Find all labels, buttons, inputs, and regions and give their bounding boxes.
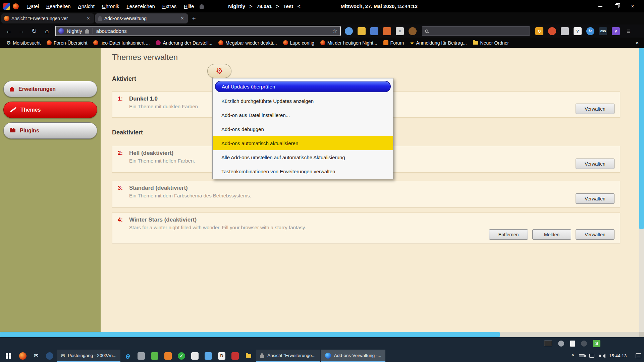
document-tray-icon[interactable] — [570, 341, 575, 347]
verwalten-button[interactable]: Verwalten — [576, 193, 614, 204]
menu-item-kuerzliche-updates[interactable]: Kürzlich durchgeführte Updates anzeigen — [213, 94, 393, 108]
firefox-taskbar-icon[interactable] — [16, 350, 30, 362]
volume-icon[interactable] — [599, 355, 601, 357]
vertical-scrollbar[interactable] — [639, 48, 644, 332]
menu-item-addon-aus-datei[interactable]: Add-on aus Datei installieren... — [213, 108, 393, 122]
menu-bearbeiten[interactable]: Bearbeiten — [43, 1, 74, 12]
horizontal-scrollbar-thumb[interactable] — [0, 332, 500, 337]
v-badge-icon[interactable]: V — [574, 27, 582, 35]
bookmarks-panel-icon[interactable] — [370, 27, 378, 35]
brush-icon — [10, 107, 16, 112]
hamburger-menu-icon[interactable]: ≡ — [623, 26, 635, 37]
tab-bar: Ansicht "Erweiterungen ver × Add-ons-Ver… — [0, 12, 644, 24]
titlebar-build-info: Nightly > 78.0a1 > Test < — [228, 3, 300, 9]
menu-item-auf-updates-ueberpruefen[interactable]: Auf Updates überprüfen — [215, 81, 391, 92]
gestures-icon[interactable] — [409, 27, 417, 35]
window-button-addons-verwaltung[interactable]: Add-ons-Verwaltung -... — [321, 350, 385, 362]
tray-expand-icon[interactable]: ^ — [572, 353, 574, 359]
sidebar-item-erweiterungen[interactable]: Erweiterungen — [3, 81, 97, 97]
sidebar-toggle-icon[interactable] — [345, 27, 353, 35]
quickjava-icon[interactable]: Q — [535, 27, 543, 35]
start-button[interactable] — [0, 350, 16, 362]
home-button[interactable]: ⌂ — [41, 26, 53, 37]
keepass-taskbar-icon[interactable] — [135, 350, 148, 362]
explorer-taskbar-icon[interactable] — [242, 350, 255, 362]
window-button-erweiterungen-ansicht[interactable]: Ansicht "Erweiterunge... — [256, 350, 320, 362]
audio-tray-icon[interactable] — [581, 341, 587, 347]
menu-item-automatisch-aktualisieren[interactable]: Add-ons automatisch aktualisieren — [213, 136, 393, 150]
menu-ansicht[interactable]: Ansicht — [74, 1, 98, 12]
menu-lesezeichen[interactable]: Lesezeichen — [123, 1, 159, 12]
snagit-tray-icon[interactable]: S — [593, 340, 600, 347]
minimize-button[interactable] — [592, 0, 608, 12]
network-icon[interactable] — [589, 354, 594, 358]
bookmark-aenderung-darstellung[interactable]: Änderung der Darstell... — [153, 38, 215, 48]
tile-grid-icon[interactable] — [383, 27, 391, 35]
action-center-icon[interactable] — [636, 353, 641, 358]
keyboard-icon[interactable] — [561, 27, 569, 35]
folder-icon[interactable] — [358, 27, 366, 35]
reload-button[interactable]: ↻ — [28, 26, 40, 37]
bookmark-megabar[interactable]: Megabar wieder deakti... — [215, 38, 280, 48]
menu-chronik[interactable]: Chronik — [98, 1, 123, 12]
antivirus-taskbar-icon[interactable]: ✓ — [175, 350, 188, 362]
sync-icon[interactable]: ↻ — [586, 27, 594, 35]
editor-taskbar-icon[interactable] — [202, 350, 215, 362]
forward-button[interactable]: → — [15, 26, 28, 37]
close-window-button[interactable]: × — [625, 0, 641, 12]
new-tab-button[interactable]: + — [189, 13, 199, 23]
back-button[interactable]: ← — [3, 26, 15, 37]
screen-capture-tray-icon[interactable] — [544, 341, 552, 346]
vertical-scrollbar-thumb[interactable] — [639, 48, 644, 229]
menu-extras[interactable]: Extras — [159, 1, 180, 12]
melden-button[interactable]: Melden — [532, 229, 571, 240]
bookmark-meistbesucht[interactable]: ⚙ Meistbesucht — [3, 38, 44, 48]
menu-item-addons-debuggen[interactable]: Add-ons debuggen — [213, 122, 393, 136]
window-button-posteingang[interactable]: ✉ Posteingang - 2002An... — [57, 350, 120, 362]
verwalten-button[interactable]: Verwalten — [576, 229, 614, 240]
firefox-ext-icon[interactable] — [548, 27, 556, 35]
menu-hilfe[interactable]: Hilfe — [180, 1, 198, 12]
utility-taskbar-icon[interactable] — [188, 350, 202, 362]
sidebar-item-themes[interactable]: Themes — [3, 102, 97, 118]
horizontal-scrollbar[interactable] — [0, 332, 639, 337]
security-tray-icon[interactable] — [558, 341, 564, 347]
sidebar-item-plugins[interactable]: Plugins — [3, 122, 97, 139]
bookmark-foren-uebersicht[interactable]: Foren-Übersicht — [44, 38, 90, 48]
entfernen-button[interactable]: Entfernen — [489, 229, 528, 240]
edge-taskbar-icon[interactable]: e — [121, 350, 135, 362]
clock[interactable]: 15:44:13 — [607, 353, 628, 358]
bookmark-heutige-nightly[interactable]: Mit der heutigen Night... — [317, 38, 380, 48]
close-tab-icon[interactable]: × — [86, 15, 91, 21]
verwalten-button[interactable]: Verwalten — [576, 159, 614, 169]
verwalten-button[interactable]: Verwalten — [576, 104, 614, 114]
bookmarks-overflow-button[interactable]: » — [634, 40, 641, 46]
bookmark-star-icon[interactable]: ☆ — [332, 27, 337, 35]
menu-item-alle-umstellen[interactable]: Alle Add-ons umstellen auf automatische … — [213, 150, 393, 164]
tools-for-all-addons-button[interactable]: ⚙ — [207, 64, 231, 78]
d-app-taskbar-icon[interactable]: D — [215, 350, 228, 362]
thunderbird-taskbar-icon[interactable] — [43, 350, 56, 362]
restore-button[interactable] — [608, 0, 625, 12]
bookmark-forum[interactable]: Forum — [380, 38, 407, 48]
search-bar[interactable] — [422, 26, 530, 36]
battery-icon[interactable] — [579, 354, 585, 357]
bookmark-anmeldung[interactable]: ★ Anmeldung für Beitrag... — [407, 38, 470, 48]
bookmark-ico-datei[interactable]: .ico-Datei funktioniert ... — [90, 38, 153, 48]
url-bar[interactable]: Nightly about:addons ☆ — [55, 26, 341, 36]
search-input[interactable] — [431, 28, 527, 34]
notes-taskbar-icon[interactable] — [148, 350, 161, 362]
bookmark-lupe-config[interactable]: Lupe config — [280, 38, 317, 48]
close-tab-icon[interactable]: × — [179, 15, 185, 21]
tab-erweiterungen-ansicht[interactable]: Ansicht "Erweiterungen ver × — [1, 13, 94, 23]
mail-taskbar-icon[interactable]: ✉ — [30, 350, 43, 362]
tab-addons-verwaltung[interactable]: Add-ons-Verwaltung × — [95, 13, 188, 23]
v-purple-icon[interactable]: V — [612, 27, 620, 35]
bookmark-neuer-ordner[interactable]: Neuer Ordner — [470, 38, 512, 48]
menu-datei[interactable]: Datei — [23, 1, 43, 12]
list-icon[interactable]: ≡ — [396, 27, 404, 35]
vlc-taskbar-icon[interactable] — [161, 350, 175, 362]
menu-item-tastenkombinationen[interactable]: Tastenkombinationen von Erweiterungen ve… — [213, 164, 393, 178]
css-tool-icon[interactable]: css — [599, 27, 607, 35]
red-app-taskbar-icon[interactable] — [228, 350, 242, 362]
